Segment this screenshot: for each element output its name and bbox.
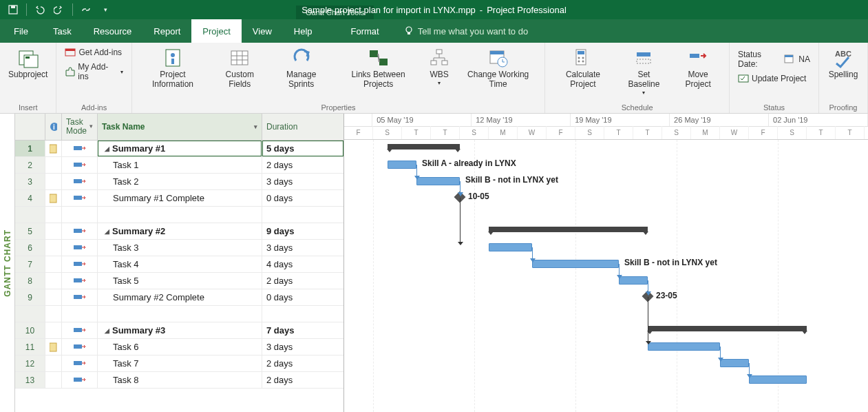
set-baseline-button[interactable]: Set Baseline▾ xyxy=(620,45,668,97)
duration-cell[interactable]: 7 days xyxy=(262,322,343,338)
task-mode-cell[interactable] xyxy=(62,372,98,388)
task-mode-cell[interactable] xyxy=(62,223,98,239)
duration-cell[interactable]: 3 days xyxy=(262,339,343,355)
task-row[interactable]: 9Summary #2 Complete0 days xyxy=(15,289,343,306)
links-between-projects-button[interactable]: Links Between Projects xyxy=(335,45,421,91)
view-bar[interactable]: GANTT CHART xyxy=(0,114,15,412)
task-name-cell[interactable]: Task 3 xyxy=(98,240,262,256)
task-bar[interactable] xyxy=(388,161,416,169)
column-header-duration[interactable]: Duration xyxy=(262,114,343,140)
row-header[interactable]: 11 xyxy=(15,339,45,355)
task-mode-cell[interactable] xyxy=(62,356,98,371)
task-name-cell[interactable]: Task 2 xyxy=(98,174,262,189)
task-row[interactable]: 10◢Summary #37 days xyxy=(15,322,343,339)
subproject-button[interactable]: Subproject xyxy=(6,45,50,81)
row-header[interactable]: 6 xyxy=(15,240,45,256)
duration-cell[interactable]: 4 days xyxy=(262,256,343,272)
task-name-cell[interactable]: ◢Summary #2 xyxy=(98,223,262,239)
status-date-field[interactable]: Status Date: NA xyxy=(735,48,813,70)
tab-format[interactable]: Format xyxy=(340,19,390,43)
qat-customize[interactable]: ▾ xyxy=(98,2,113,17)
duration-cell[interactable]: 2 days xyxy=(262,372,343,388)
task-name-cell[interactable]: Task 5 xyxy=(98,273,262,289)
task-bar[interactable] xyxy=(648,342,720,351)
task-row[interactable]: 1◢Summary #15 days xyxy=(15,141,343,157)
task-mode-cell[interactable] xyxy=(62,190,98,206)
task-row[interactable]: 6Task 33 days xyxy=(15,240,343,256)
move-project-button[interactable]: Move Project xyxy=(673,45,723,91)
row-header[interactable]: 13 xyxy=(15,372,45,388)
row-header[interactable]: 12 xyxy=(15,356,45,371)
task-row[interactable]: 5◢Summary #29 days xyxy=(15,223,343,240)
tab-help[interactable]: Help xyxy=(283,19,324,43)
row-header[interactable]: 5 xyxy=(15,223,45,239)
tab-view[interactable]: View xyxy=(242,19,283,43)
task-row[interactable]: 12Task 72 days xyxy=(15,356,343,372)
gantt-chart[interactable]: 05 May '1912 May '1919 May '1926 May '19… xyxy=(344,114,868,412)
spelling-button[interactable]: ABCSpelling xyxy=(825,45,862,81)
task-row[interactable]: 3Task 23 days xyxy=(15,174,343,190)
task-row[interactable]: 7Task 44 days xyxy=(15,256,343,273)
row-header[interactable]: 10 xyxy=(15,322,45,338)
column-header-task-name[interactable]: Task Name▾ xyxy=(98,114,262,140)
task-name-cell[interactable]: ◢Summary #1 xyxy=(98,141,262,156)
task-bar[interactable] xyxy=(749,375,807,384)
task-bar[interactable] xyxy=(619,276,648,285)
tell-me-search[interactable]: Tell me what you want to do xyxy=(404,19,528,43)
task-name-cell[interactable]: ◢Summary #3 xyxy=(98,322,262,338)
column-header-task-mode[interactable]: Task Mode▾ xyxy=(62,114,98,140)
row-header[interactable]: 3 xyxy=(15,174,45,189)
tab-task[interactable]: Task xyxy=(42,19,83,43)
row-header[interactable]: 7 xyxy=(15,256,45,272)
task-name-cell[interactable]: Task 4 xyxy=(98,256,262,272)
duration-cell[interactable]: 9 days xyxy=(262,223,343,239)
task-mode-cell[interactable] xyxy=(62,240,98,256)
task-name-cell[interactable]: Task 7 xyxy=(98,356,262,371)
duration-cell[interactable]: 3 days xyxy=(262,240,343,256)
tab-project[interactable]: Project xyxy=(191,19,241,43)
duration-cell[interactable]: 2 days xyxy=(262,356,343,371)
task-row[interactable]: 11Task 63 days xyxy=(15,339,343,356)
redo-button[interactable] xyxy=(52,2,67,17)
task-bar[interactable] xyxy=(720,359,749,367)
link-tasks-button[interactable] xyxy=(78,2,94,17)
update-project-button[interactable]: Update Project xyxy=(735,72,809,85)
my-addins-button[interactable]: My Add-ins▾ xyxy=(62,61,125,83)
row-header[interactable]: 9 xyxy=(15,289,45,305)
custom-fields-button[interactable]: Custom Fields xyxy=(212,45,267,91)
task-bar[interactable] xyxy=(416,177,460,185)
task-mode-cell[interactable] xyxy=(62,273,98,289)
tab-resource[interactable]: Resource xyxy=(83,19,143,43)
task-mode-cell[interactable] xyxy=(62,289,98,305)
calculate-project-button[interactable]: Calculate Project xyxy=(551,45,615,91)
undo-button[interactable] xyxy=(32,2,47,17)
summary-bar[interactable] xyxy=(489,227,648,232)
row-header[interactable]: 1 xyxy=(15,141,45,156)
task-mode-cell[interactable] xyxy=(62,141,98,156)
task-row[interactable]: 2Task 12 days xyxy=(15,157,343,174)
duration-cell[interactable]: 3 days xyxy=(262,174,343,189)
task-row[interactable]: 4Summary #1 Complete0 days xyxy=(15,190,343,207)
row-header[interactable]: 8 xyxy=(15,273,45,289)
task-name-cell[interactable]: Task 8 xyxy=(98,372,262,388)
duration-cell[interactable]: 0 days xyxy=(262,190,343,206)
row-header[interactable]: 4 xyxy=(15,190,45,206)
grid-body[interactable]: 1◢Summary #15 days2Task 12 days3Task 23 … xyxy=(15,141,343,412)
duration-cell[interactable]: 2 days xyxy=(262,157,343,173)
duration-cell[interactable]: 5 days xyxy=(262,141,343,156)
gantt-body[interactable]: Skill A - already in LYNXSkill B - not i… xyxy=(344,140,868,412)
task-name-cell[interactable]: Task 1 xyxy=(98,157,262,173)
summary-bar[interactable] xyxy=(648,326,807,331)
task-name-cell[interactable]: Summary #2 Complete xyxy=(98,289,262,305)
duration-cell[interactable]: 0 days xyxy=(262,289,343,305)
save-button[interactable] xyxy=(6,2,21,17)
task-mode-cell[interactable] xyxy=(62,339,98,355)
row-header[interactable]: 2 xyxy=(15,157,45,173)
duration-cell[interactable]: 2 days xyxy=(262,273,343,289)
change-working-time-button[interactable]: Change Working Time xyxy=(457,45,539,91)
column-header-row[interactable] xyxy=(15,114,45,140)
tab-file[interactable]: File xyxy=(0,19,42,43)
task-mode-cell[interactable] xyxy=(62,322,98,338)
task-row[interactable]: 8Task 52 days xyxy=(15,273,343,289)
get-addins-button[interactable]: Get Add-ins xyxy=(62,45,125,59)
